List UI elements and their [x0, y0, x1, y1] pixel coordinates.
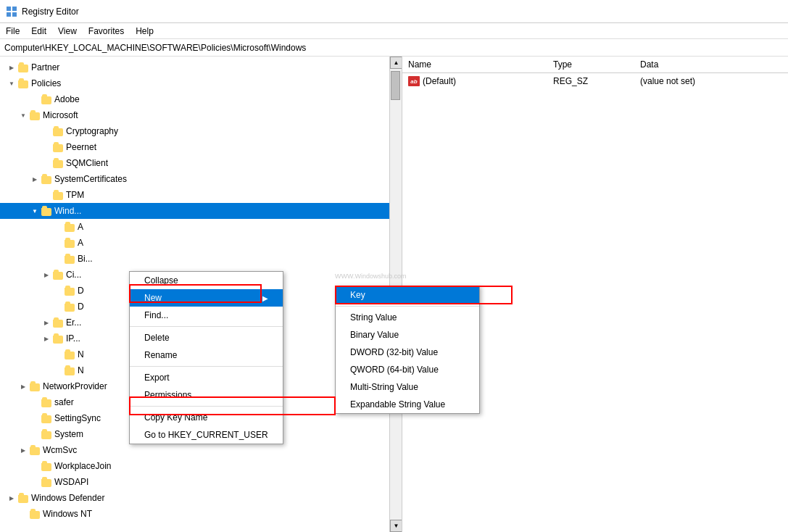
ctx-divider-3 [130, 406, 283, 407]
col-data: Data [640, 59, 782, 70]
menu-help[interactable]: Help [130, 25, 159, 37]
expand-w8[interactable]: ▶ [41, 333, 52, 344]
submenu-divider [336, 306, 479, 307]
scroll-down-btn[interactable]: ▼ [390, 520, 402, 532]
registry-row-default[interactable]: ab (Default) REG_SZ (value not set) [402, 73, 788, 89]
submenu-expandable[interactable]: Expandable String Value [336, 396, 479, 413]
tree-label-partner: Partner [31, 62, 59, 72]
expand-windefender[interactable]: ▶ [6, 492, 17, 504]
folder-icon-w1 [64, 222, 75, 232]
tree-label-w3: Bi... [78, 254, 93, 264]
tree-label-w6: D [78, 302, 84, 312]
tree-label-cryptography: Cryptography [66, 126, 118, 136]
expand-networkprovider[interactable]: ▶ [17, 381, 29, 392]
tree-item-cryptography[interactable]: ▶ Cryptography [0, 123, 402, 139]
tree-item-winnt[interactable]: ▶ Windows NT [0, 506, 402, 522]
tree-label-winnt: Windows NT [43, 509, 92, 519]
folder-icon-tpm [52, 190, 64, 200]
tree-item-w2[interactable]: ▶ A [0, 235, 402, 251]
tree-item-partner[interactable]: ▶ Partner [0, 59, 402, 75]
window-title: Registry Editor [22, 7, 79, 17]
expand-w4[interactable]: ▶ [41, 269, 52, 280]
ctx-find[interactable]: Find... [130, 307, 283, 324]
ctx-divider-2 [130, 366, 283, 367]
folder-icon-settingsync [41, 413, 52, 423]
scroll-up-btn[interactable]: ▲ [390, 57, 402, 69]
scroll-thumb[interactable] [391, 71, 400, 100]
folder-icon-networkprovider [29, 381, 41, 391]
ctx-divider-1 [130, 326, 283, 327]
tree-item-windows[interactable]: ▼ Wind... [0, 203, 402, 219]
tree-label-system: System [54, 429, 83, 439]
tree-item-peernet[interactable]: ▶ Peernet [0, 139, 402, 155]
ctx-collapse[interactable]: Collapse [130, 272, 283, 289]
tree-label-systemcerts: SystemCertificates [54, 174, 127, 184]
ctx-new[interactable]: New ▶ [130, 289, 283, 307]
tree-item-tpm[interactable]: ▶ TPM [0, 187, 402, 203]
submenu-key[interactable]: Key [336, 286, 479, 304]
tree-item-windefender[interactable]: ▶ Windows Defender [0, 490, 402, 506]
tree-item-policies[interactable]: ▼ Policies [0, 75, 402, 91]
submenu-binary-value[interactable]: Binary Value [336, 326, 479, 344]
tree-item-w1[interactable]: ▶ A [0, 219, 402, 235]
tree-item-adobe[interactable]: ▶ Adobe [0, 91, 402, 107]
menu-view[interactable]: View [52, 25, 83, 37]
submenu-multistring[interactable]: Multi-String Value [336, 378, 479, 396]
folder-icon-w6 [64, 302, 75, 312]
tree-item-sqmclient[interactable]: ▶ SQMClient [0, 155, 402, 171]
tree-item-wcmsvc[interactable]: ▶ WcmSvc [0, 442, 402, 458]
expand-systemcerts[interactable]: ▶ [29, 173, 41, 185]
expand-partner[interactable]: ▶ [6, 62, 17, 73]
ctx-delete[interactable]: Delete [130, 329, 283, 346]
folder-icon-systemcerts [41, 174, 52, 184]
folder-icon-system [41, 429, 52, 439]
tree-label-adobe: Adobe [54, 94, 80, 104]
folder-icon-cryptography [52, 126, 64, 136]
expand-microsoft[interactable]: ▼ [17, 109, 29, 121]
ctx-goto-hkcu[interactable]: Go to HKEY_CURRENT_USER [130, 426, 283, 444]
tree-item-wsdapi[interactable]: ▶ WSDAPI [0, 474, 402, 490]
folder-icon-sqmclient [52, 158, 64, 168]
tree-label-w7: Er... [66, 317, 81, 328]
expand-wcmsvc[interactable]: ▶ [17, 444, 29, 456]
tree-item-systemcerts[interactable]: ▶ SystemCertificates [0, 171, 402, 187]
submenu-dword[interactable]: DWORD (32-bit) Value [336, 344, 479, 361]
tree-label-policies: Policies [31, 78, 61, 88]
svg-rect-0 [7, 7, 11, 11]
row-data-default: (value not set) [640, 76, 782, 86]
svg-rect-3 [12, 12, 17, 17]
tree-item-workplacejoin[interactable]: ▶ WorkplaceJoin [0, 458, 402, 474]
tree-item-microsoft[interactable]: ▼ Microsoft [0, 107, 402, 123]
row-type-default: REG_SZ [553, 76, 640, 86]
menu-file[interactable]: File [0, 25, 25, 37]
ctx-rename[interactable]: Rename [130, 346, 283, 364]
tree-label-w4: Ci... [66, 270, 81, 280]
tree-label-w2: A [78, 238, 83, 248]
col-type: Type [553, 59, 640, 70]
folder-icon-w5 [64, 286, 75, 296]
menu-favorites[interactable]: Favorites [83, 25, 130, 37]
folder-icon-partner [17, 62, 29, 72]
tree-item-w3[interactable]: ▶ Bi... [0, 251, 402, 267]
submenu-qword[interactable]: QWORD (64-bit) Value [336, 361, 479, 378]
ctx-export[interactable]: Export [130, 369, 283, 386]
folder-icon-safer [41, 397, 52, 407]
ctx-copy-key-name[interactable]: Copy Key Name [130, 409, 283, 426]
folder-icon-wsdapi [41, 477, 52, 487]
submenu-string-value[interactable]: String Value [336, 309, 479, 326]
title-bar: Registry Editor [0, 0, 788, 23]
ctx-new-label: New [144, 293, 162, 303]
expand-policies[interactable]: ▼ [6, 78, 17, 89]
folder-icon-w8 [52, 333, 64, 344]
tree-label-w10: N [78, 365, 84, 375]
menu-bar: File Edit View Favorites Help [0, 23, 788, 39]
menu-edit[interactable]: Edit [25, 25, 52, 37]
folder-icon-w3 [64, 254, 75, 264]
expand-w7[interactable]: ▶ [41, 317, 52, 328]
expand-windows[interactable]: ▼ [29, 205, 41, 217]
tree-label-windows: Wind... [54, 206, 81, 216]
ctx-permissions[interactable]: Permissions... [130, 386, 283, 404]
tree-label-safer: safer [54, 397, 74, 407]
folder-icon-workplacejoin [41, 461, 52, 471]
tree-label-w8: IP... [66, 333, 80, 344]
